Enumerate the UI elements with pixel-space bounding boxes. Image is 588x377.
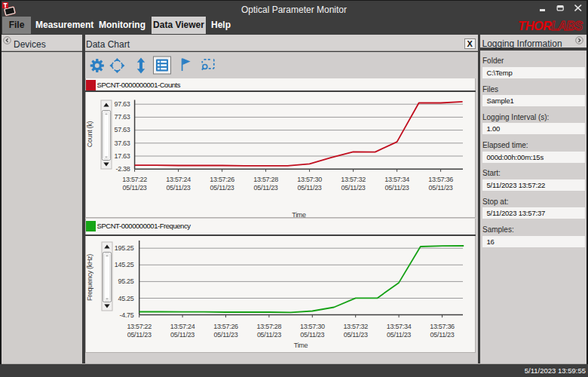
svg-text:05/11/23: 05/11/23 — [210, 184, 234, 192]
svg-text:Time: Time — [292, 211, 306, 218]
svg-text:13:57:36: 13:57:36 — [428, 176, 453, 183]
svg-text:57.63: 57.63 — [114, 126, 130, 133]
svg-text:05/11/23: 05/11/23 — [344, 331, 368, 339]
svg-text:145.25: 145.25 — [115, 261, 134, 268]
svg-text:05/11/23: 05/11/23 — [298, 184, 322, 192]
svg-text:13:57:36: 13:57:36 — [430, 323, 455, 330]
svg-text:13:57:30: 13:57:30 — [300, 323, 325, 330]
svg-text:13:57:26: 13:57:26 — [210, 176, 234, 183]
svg-text:05/11/23: 05/11/23 — [429, 184, 453, 192]
svg-text:13:57:22: 13:57:22 — [122, 176, 147, 183]
svg-text:Frequency (kHz): Frequency (kHz) — [86, 254, 93, 301]
svg-text:05/11/23: 05/11/23 — [254, 184, 278, 192]
svg-text:95.25: 95.25 — [118, 277, 133, 285]
svg-text:37.63: 37.63 — [114, 139, 130, 147]
svg-text:05/11/23: 05/11/23 — [341, 184, 366, 192]
svg-text:13:57:22: 13:57:22 — [127, 323, 152, 330]
svg-text:13:57:24: 13:57:24 — [166, 176, 191, 183]
svg-text:05/11/23: 05/11/23 — [123, 184, 147, 192]
svg-text:Count (k): Count (k) — [86, 121, 93, 148]
svg-text:13:57:30: 13:57:30 — [297, 176, 322, 183]
svg-text:LABS: LABS — [551, 20, 583, 32]
svg-text:13:57:24: 13:57:24 — [170, 323, 195, 330]
svg-text:-2.38: -2.38 — [115, 165, 130, 173]
svg-text:05/11/23: 05/11/23 — [214, 331, 238, 339]
svg-text:13:57:28: 13:57:28 — [253, 176, 278, 183]
svg-text:45.25: 45.25 — [118, 295, 133, 302]
svg-text:-4.75: -4.75 — [119, 311, 133, 319]
svg-text:05/11/23: 05/11/23 — [387, 331, 411, 339]
svg-text:13:57:32: 13:57:32 — [341, 176, 366, 183]
svg-text:05/11/23: 05/11/23 — [170, 331, 194, 339]
svg-text:13:57:34: 13:57:34 — [387, 323, 412, 330]
svg-text:05/11/23: 05/11/23 — [127, 331, 152, 339]
svg-text:Time: Time — [294, 342, 308, 349]
svg-text:17.63: 17.63 — [114, 152, 130, 160]
svg-text:195.25: 195.25 — [115, 244, 134, 252]
svg-text:13:57:34: 13:57:34 — [384, 176, 409, 183]
svg-text:97.63: 97.63 — [114, 100, 130, 108]
svg-text:05/11/23: 05/11/23 — [167, 184, 191, 192]
svg-text:05/11/23: 05/11/23 — [430, 331, 455, 339]
svg-text:13:57:32: 13:57:32 — [343, 323, 368, 330]
svg-text:77.63: 77.63 — [114, 113, 130, 121]
svg-text:13:57:26: 13:57:26 — [213, 323, 238, 330]
svg-text:05/11/23: 05/11/23 — [257, 331, 281, 339]
svg-text:13:57:28: 13:57:28 — [257, 323, 282, 330]
svg-text:THOR: THOR — [518, 20, 552, 32]
svg-text:05/11/23: 05/11/23 — [385, 184, 409, 192]
svg-text:05/11/23: 05/11/23 — [300, 331, 324, 339]
